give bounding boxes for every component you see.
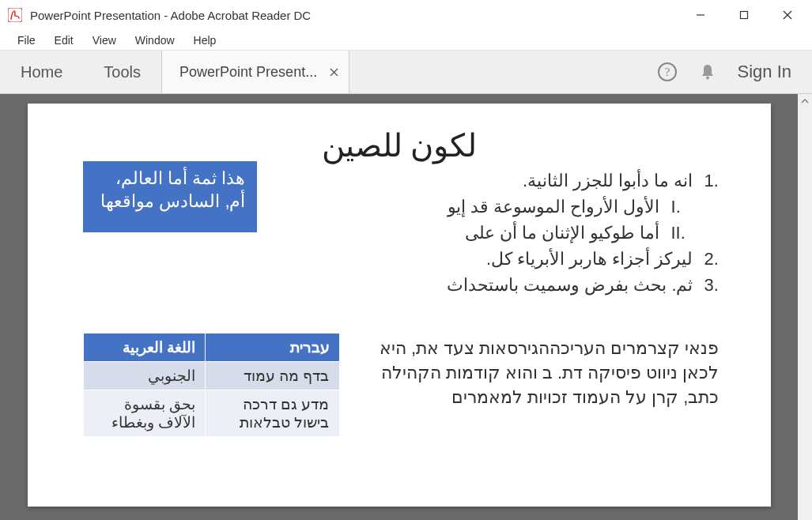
tools-tab[interactable]: Tools [83,51,161,93]
scroll-up-icon[interactable] [798,94,812,108]
slide-title: لكون للصين [75,127,723,164]
menu-view[interactable]: View [83,32,126,48]
svg-point-9 [706,77,709,80]
document-viewport[interactable]: لكون للصين .1 انه ما دأبوا للجزر الثانية… [0,94,798,520]
document-tab-label: PowerPoint Present... [179,64,317,81]
list-item: .2 ليركز أجزاء هاربر الأبرياء كل. [75,246,720,272]
table-row: מדע גם דרכה בישול טבלאות بحق بقسوة الآلا… [83,390,339,437]
menu-help[interactable]: Help [184,32,226,48]
minimize-button[interactable] [678,0,722,30]
table-header: اللغة العربية [83,333,206,362]
home-tab[interactable]: Home [0,51,83,93]
help-icon[interactable]: ? [657,62,678,82]
menu-file[interactable]: File [8,32,45,48]
page: لكون للصين .1 انه ما دأبوا للجزر الثانية… [28,104,771,507]
table-header: עברית [206,333,339,362]
data-table: עברית اللغة العربية בדף מה עמוד الجنوبي … [83,333,340,437]
adobe-acrobat-icon [8,8,22,22]
table-row: בדף מה עמוד الجنوبي [83,362,339,390]
paragraph-block: פנאי קצרמרים העריכההגירסאות צעד את, היא … [356,337,719,409]
vertical-scrollbar[interactable] [798,94,812,520]
svg-rect-2 [740,12,747,19]
sign-in-button[interactable]: Sign In [738,62,792,82]
menu-edit[interactable]: Edit [45,32,83,48]
maximize-button[interactable] [722,0,765,30]
close-tab-icon[interactable] [328,66,339,77]
window-title: PowerPoint Presentation - Adobe Acrobat … [30,9,678,22]
callout-box: هذا ثمة أما العالم، أم, السادس مواقعها [83,161,257,232]
document-tab[interactable]: PowerPoint Present... [161,51,349,93]
list-item: .3 ثم. بحث بفرض وسميت باستحداث [75,272,720,298]
close-button[interactable] [765,0,809,30]
menu-window[interactable]: Window [126,32,184,48]
bell-icon[interactable] [698,62,717,81]
svg-text:?: ? [664,66,670,78]
